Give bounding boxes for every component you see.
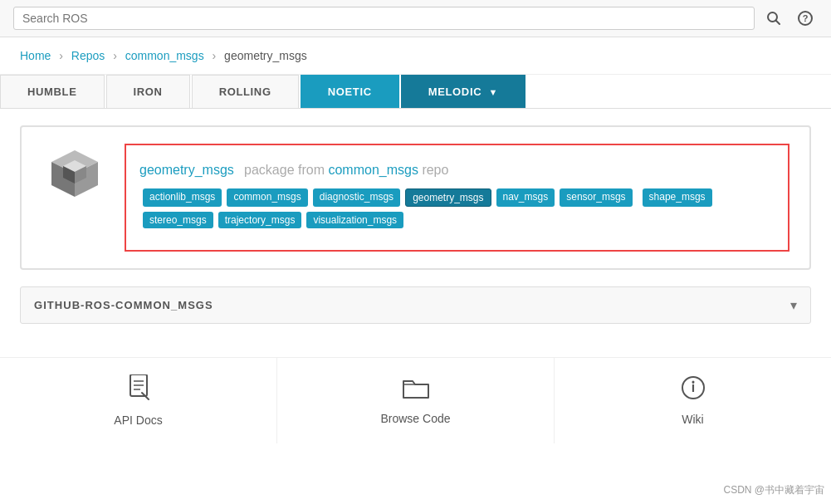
github-dropdown-arrow: ▾ [790,297,797,313]
cube-svg [42,144,108,210]
breadcrumb-common-msgs[interactable]: common_msgs [125,49,204,62]
tab-rolling[interactable]: ROLLING [192,75,299,108]
wiki-button[interactable]: i Wiki [555,358,831,443]
github-label: GITHUB-ROS-COMMON_MSGS [34,299,213,311]
tabs-bar: HUMBLE IRON ROLLING NOETIC MELODIC ▼ [0,75,831,109]
breadcrumb-sep-3: › [213,49,217,62]
api-docs-icon [127,374,150,407]
tag-stereo-msgs[interactable]: stereo_msgs [143,212,213,228]
browse-code-label: Browse Code [380,412,450,425]
breadcrumb-home[interactable]: Home [20,49,51,62]
tab-humble[interactable]: HUMBLE [0,75,105,108]
package-tags: actionlib_msgs common_msgs diagnostic_ms… [139,188,775,228]
breadcrumb: Home › Repos › common_msgs › geometry_ms… [0,37,831,75]
main-content: geometry_msgs package from common_msgs r… [0,109,831,340]
tag-shape-msgs[interactable]: shape_msgs [643,188,712,207]
header: ? [0,0,831,37]
package-repo-link[interactable]: common_msgs [328,163,418,177]
wiki-label: Wiki [682,413,703,426]
svg-text:?: ? [803,13,809,23]
melodic-dropdown-arrow: ▼ [488,87,498,97]
tab-melodic[interactable]: MELODIC ▼ [401,75,525,108]
package-title: geometry_msgs package from common_msgs r… [139,154,775,180]
tab-noetic[interactable]: NOETIC [301,75,399,108]
tag-actionlib-msgs[interactable]: actionlib_msgs [143,188,222,207]
breadcrumb-current: geometry_msgs [224,49,307,62]
github-dropdown[interactable]: GITHUB-ROS-COMMON_MSGS ▾ [20,286,811,324]
package-info-highlighted: geometry_msgs package from common_msgs r… [125,144,789,252]
package-card: geometry_msgs package from common_msgs r… [20,125,811,270]
search-input[interactable] [13,7,755,30]
browse-code-icon [402,376,430,405]
api-docs-label: API Docs [114,413,162,427]
tag-diagnostic-msgs[interactable]: diagnostic_msgs [313,188,400,207]
tag-geometry-msgs[interactable]: geometry_msgs [405,188,491,207]
tag-visualization-msgs[interactable]: visualization_msgs [306,212,403,228]
search-icon [766,11,781,26]
breadcrumb-sep-1: › [59,49,63,62]
tag-trajectory-msgs[interactable]: trajectory_msgs [218,212,302,228]
tag-sensor-msgs[interactable]: sensor_msgs [560,188,632,207]
help-icon: ? [798,11,813,26]
wiki-icon: i [681,375,706,406]
package-logo [42,144,108,210]
help-button[interactable]: ? [793,7,818,29]
tag-nav-msgs[interactable]: nav_msgs [496,188,555,207]
action-buttons: API Docs Browse Code i Wiki [0,357,831,443]
breadcrumb-sep-2: › [113,49,117,62]
tag-common-msgs[interactable]: common_msgs [227,188,307,207]
package-from-text: package from common_msgs repo [241,163,449,177]
svg-point-17 [692,381,694,384]
api-docs-button[interactable]: API Docs [0,358,277,443]
tab-iron[interactable]: IRON [106,75,190,108]
browse-code-button[interactable]: Browse Code [277,358,555,443]
search-button[interactable] [761,7,786,29]
svg-line-1 [776,21,780,25]
breadcrumb-repos[interactable]: Repos [71,49,105,62]
package-name-link[interactable]: geometry_msgs [139,163,234,177]
